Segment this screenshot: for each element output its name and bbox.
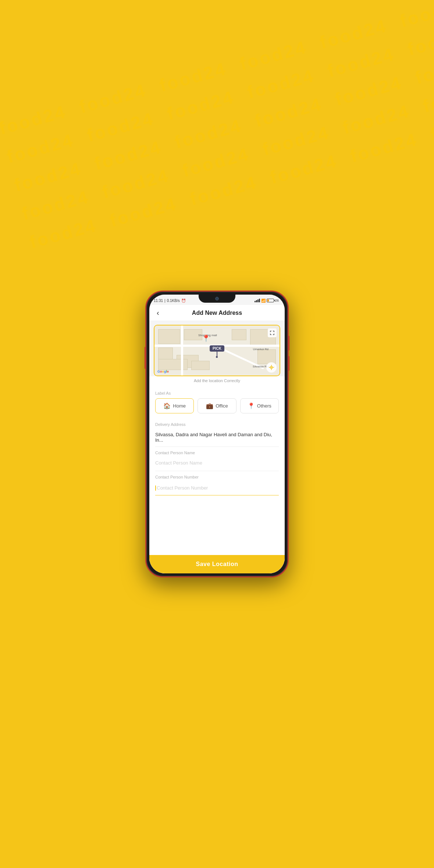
label-buttons-group: 🏠 Home 💼 Office 📍 Others xyxy=(149,398,285,419)
delivery-address-label: Delivery Address xyxy=(155,422,279,427)
back-button[interactable]: ‹ xyxy=(154,307,162,319)
location-hint: Add the location Correctly xyxy=(149,376,285,387)
map-expand-button[interactable] xyxy=(268,328,277,337)
label-home-button[interactable]: 🏠 Home xyxy=(155,398,194,413)
time: 11:31 xyxy=(154,299,163,303)
text-cursor xyxy=(155,485,156,491)
contact-number-placeholder: Contact Person Number xyxy=(157,485,208,491)
contact-name-input[interactable]: Contact Person Name xyxy=(155,456,279,471)
contact-number-group: Contact Person Number Contact Person Num… xyxy=(149,471,285,495)
save-location-button[interactable]: Save Location xyxy=(149,555,285,573)
label-others-button[interactable]: 📍 Others xyxy=(240,398,279,413)
contact-number-label: Contact Person Number xyxy=(155,475,279,479)
others-icon: 📍 xyxy=(248,402,255,409)
delivery-address-group: Delivery Address Silvassa, Dadra and Nag… xyxy=(149,419,285,447)
contact-name-label: Contact Person Name xyxy=(155,451,279,455)
others-label: Others xyxy=(257,403,271,409)
network-speed-value: 0.1KB/s xyxy=(167,299,180,303)
status-right: 📶 26 xyxy=(255,299,279,303)
label-office-button[interactable]: 💼 Office xyxy=(198,398,236,413)
svg-point-1 xyxy=(271,367,272,368)
phone-notch xyxy=(199,295,235,303)
pick-stem xyxy=(217,352,217,356)
umerkoi-label: Umerkoi Rd xyxy=(253,348,268,351)
form-area: Label As 🏠 Home 💼 Office 📍 Others xyxy=(149,387,285,573)
shopping-pin: 📍 xyxy=(202,334,210,342)
alarm-icon: ⏰ xyxy=(181,299,186,303)
map-container[interactable]: Shopping mall Umerkoi Rd Silvassa Ring R… xyxy=(154,325,280,376)
wifi-icon: 📶 xyxy=(261,299,266,303)
office-icon: 💼 xyxy=(206,402,213,409)
office-label: Office xyxy=(216,403,228,409)
page-title: Add New Address xyxy=(192,310,242,316)
pick-label: PICK xyxy=(210,345,224,352)
status-left: 11:31 | 0.1KB/s ⏰ xyxy=(154,299,186,303)
screen-content: Shopping mall Umerkoi Rd Silvassa Ring R… xyxy=(149,321,285,573)
camera xyxy=(215,297,219,300)
home-label: Home xyxy=(173,403,186,409)
pick-marker: PICK xyxy=(210,345,224,358)
battery-level: 26 xyxy=(275,299,279,302)
contact-name-group: Contact Person Name Contact Person Name xyxy=(149,447,285,471)
google-logo: Google xyxy=(157,370,169,373)
app-header: ‹ Add New Address xyxy=(149,305,285,321)
delivery-address-value[interactable]: Silvassa, Dadra and Nagar Haveli and Dam… xyxy=(155,428,279,447)
home-icon: 🏠 xyxy=(163,402,171,409)
battery-icon xyxy=(267,299,274,302)
pick-dot xyxy=(216,356,218,358)
map-background: Shopping mall Umerkoi Rd Silvassa Ring R… xyxy=(154,326,280,376)
label-as-section: Label As xyxy=(149,387,285,398)
contact-number-input[interactable]: Contact Person Number xyxy=(155,481,279,495)
map-location-button[interactable] xyxy=(266,362,277,373)
signal-icon xyxy=(255,299,260,302)
network-speed: | xyxy=(164,299,166,303)
spacer xyxy=(149,495,285,532)
